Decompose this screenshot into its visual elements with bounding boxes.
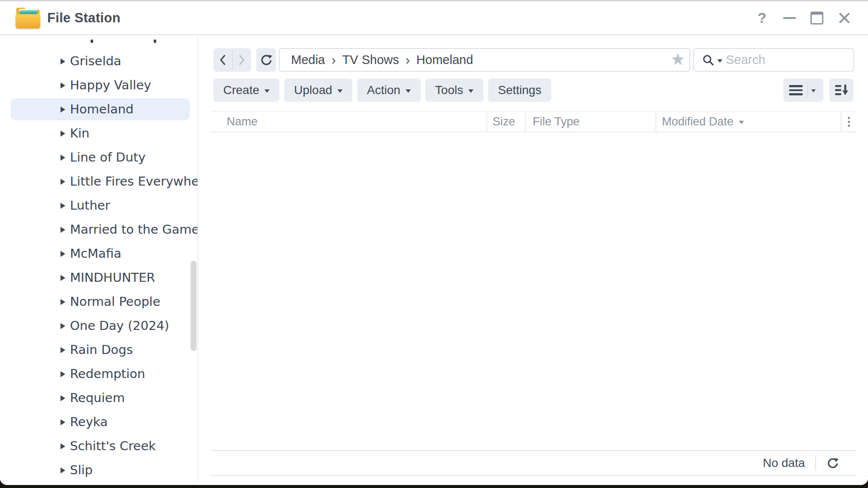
maximize-icon	[810, 12, 823, 24]
search-box	[693, 48, 854, 72]
breadcrumb-segment-tv-shows[interactable]: TV Shows	[342, 53, 399, 67]
sidebar-item-kin[interactable]: Kin	[0, 122, 197, 144]
expand-caret-icon[interactable]	[61, 347, 65, 353]
folder-label: Rain Dogs	[70, 342, 133, 357]
search-icon	[702, 54, 715, 67]
folder-label: Slip	[70, 463, 93, 477]
folder-label: Kin	[70, 126, 89, 140]
expand-caret-icon[interactable]	[61, 371, 65, 377]
expand-caret-icon[interactable]	[61, 251, 65, 257]
sidebar-item-normal-people[interactable]: Normal People	[0, 291, 197, 313]
table-header-row: NameSizeFile TypeModified Date	[210, 111, 856, 132]
sidebar-item-homeland[interactable]: Homeland	[0, 98, 197, 120]
sidebar-item-married-to-the-game[interactable]: Married to the Game	[0, 219, 197, 241]
sidebar-item-luther[interactable]: Luther	[0, 195, 197, 217]
column-label: File Type	[533, 115, 580, 128]
folder-label: Griselda	[70, 54, 121, 68]
clipped-folder-item-remnant	[154, 40, 156, 43]
chevron-down-icon	[468, 89, 473, 93]
expand-caret-icon[interactable]	[61, 203, 65, 209]
breadcrumb-segment-homeland[interactable]: Homeland	[416, 53, 473, 67]
column-header-name[interactable]: Name	[210, 112, 486, 131]
expand-caret-icon[interactable]	[61, 155, 65, 161]
folder-label: Married to the Game	[70, 222, 198, 237]
kebab-vertical-icon[interactable]	[848, 117, 850, 127]
upload-button[interactable]: Upload	[284, 79, 352, 102]
expand-caret-icon[interactable]	[61, 419, 65, 425]
folder-label: Redemption	[70, 366, 145, 381]
column-header-column-menu[interactable]	[841, 112, 856, 131]
action-button[interactable]: Action	[357, 79, 421, 102]
sidebar-item-reyka[interactable]: Reyka	[0, 411, 197, 433]
sidebar-scrollbar-thumb[interactable]	[191, 261, 197, 351]
help-button[interactable]: ?	[756, 11, 768, 25]
chevron-down-icon	[337, 89, 343, 93]
expand-caret-icon[interactable]	[61, 443, 65, 449]
expand-caret-icon[interactable]	[61, 58, 65, 64]
expand-caret-icon[interactable]	[61, 82, 65, 88]
history-nav-group	[213, 48, 251, 72]
refresh-icon	[260, 53, 273, 67]
sidebar-item-griselda[interactable]: Griselda	[0, 50, 197, 72]
expand-caret-icon[interactable]	[61, 299, 65, 305]
sidebar-item-redemption[interactable]: Redemption	[0, 363, 197, 385]
clipped-folder-item-remnant	[91, 40, 93, 43]
search-options-caret-icon[interactable]	[717, 59, 722, 63]
list-view-icon	[789, 85, 803, 95]
button-label: Settings	[498, 83, 541, 97]
expand-caret-icon[interactable]	[61, 179, 65, 185]
view-mode-button[interactable]	[783, 79, 823, 102]
expand-caret-icon[interactable]	[61, 275, 65, 281]
sidebar-item-rain-dogs[interactable]: Rain Dogs	[0, 339, 197, 361]
window-controls: ?	[756, 1, 851, 34]
sidebar-item-line-of-duty[interactable]: Line of Duty	[0, 146, 197, 168]
create-button[interactable]: Create	[213, 79, 279, 102]
sidebar-item-happy-valley[interactable]: Happy Valley	[0, 74, 197, 96]
expand-caret-icon[interactable]	[61, 107, 65, 113]
folder-label: Reyka	[70, 415, 108, 429]
sidebar-item-slip[interactable]: Slip	[0, 459, 197, 481]
expand-caret-icon[interactable]	[61, 131, 65, 137]
path-bar[interactable]: Media›TV Shows›Homeland ★	[279, 48, 690, 72]
sidebar-item-requiem[interactable]: Requiem	[0, 387, 197, 409]
sort-descending-icon	[834, 83, 849, 97]
sidebar-item-mcmafia[interactable]: McMafia	[0, 243, 197, 265]
minimize-button[interactable]	[783, 11, 796, 25]
settings-button[interactable]: Settings	[488, 79, 551, 102]
search-input[interactable]	[725, 52, 853, 67]
sidebar-item-mindhunter[interactable]: MINDHUNTER	[0, 267, 197, 289]
status-bar: No data	[210, 450, 856, 476]
folder-label: MINDHUNTER	[70, 270, 155, 285]
divider	[815, 456, 816, 470]
column-header-modified-date[interactable]: Modified Date	[656, 112, 841, 131]
expand-caret-icon[interactable]	[61, 323, 65, 329]
column-label: Modified Date	[662, 115, 734, 128]
sidebar-item-little-fires-everywhere[interactable]: Little Fires Everywhere	[0, 171, 197, 192]
sidebar-folder-tree: GriseldaHappy ValleyHomelandKinLine of D…	[0, 36, 198, 482]
column-header-file-type[interactable]: File Type	[525, 112, 656, 131]
column-header-size[interactable]: Size	[486, 112, 525, 131]
close-button[interactable]	[838, 11, 851, 25]
status-refresh-button[interactable]	[826, 457, 839, 470]
sidebar-item-one-day-2024[interactable]: One Day (2024)	[0, 315, 197, 337]
expand-caret-icon[interactable]	[61, 227, 65, 233]
folder-label: Little Fires Everywhere	[70, 174, 198, 189]
breadcrumb-segment-media[interactable]: Media	[291, 53, 325, 67]
expand-caret-icon[interactable]	[61, 467, 65, 473]
screen: File Station ? GriseldaHappy ValleyHomel…	[0, 0, 868, 488]
refresh-button[interactable]	[256, 48, 276, 72]
sort-button[interactable]	[829, 79, 853, 102]
back-button[interactable]	[213, 48, 232, 72]
divider	[807, 82, 808, 99]
close-icon	[838, 12, 851, 24]
button-label: Upload	[294, 83, 332, 97]
column-label: Name	[227, 115, 258, 128]
forward-button[interactable]	[233, 48, 252, 72]
expand-caret-icon[interactable]	[61, 395, 65, 401]
tools-button[interactable]: Tools	[425, 79, 483, 102]
maximize-button[interactable]	[810, 11, 823, 25]
favorite-star-icon[interactable]: ★	[671, 50, 685, 69]
sidebar-item-schitt-s-creek[interactable]: Schitt's Creek	[0, 435, 197, 457]
folder-label: Luther	[70, 198, 110, 213]
main-panel: Media›TV Shows›Homeland ★ CreateUploadAc…	[198, 36, 868, 482]
